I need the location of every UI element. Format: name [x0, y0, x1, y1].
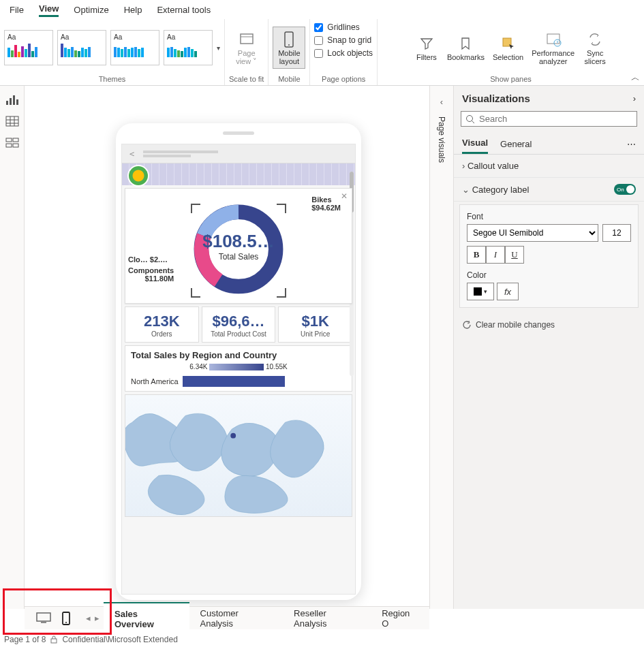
phone-screen[interactable]: ＜ ✕ [121, 144, 356, 595]
ribbon-label-themes: Themes [99, 74, 126, 85]
svg-rect-11 [6, 116, 18, 126]
gridlines-checkbox[interactable]: Gridlines [314, 22, 359, 33]
confidential-label: Confidential\Microsoft Extended [62, 635, 177, 644]
theme-option-3[interactable]: Aa [110, 30, 159, 65]
svg-rect-19 [13, 144, 18, 147]
left-toolbar [0, 86, 25, 609]
svg-line-23 [472, 121, 475, 123]
menu-bar: File View Optimize Help External tools [0, 0, 644, 19]
page-tab-reseller-analysis[interactable]: Reseller Analysis [283, 602, 371, 634]
search-box[interactable] [461, 111, 637, 127]
svg-rect-28 [51, 639, 57, 643]
reset-icon [462, 320, 472, 330]
selection-handle[interactable] [191, 288, 200, 298]
bookmarks-button[interactable]: Bookmarks [443, 31, 489, 64]
ribbon-collapse-icon[interactable]: ︿ [631, 72, 640, 84]
fx-button[interactable]: fx [497, 283, 519, 300]
italic-button[interactable]: I [486, 246, 505, 264]
performance-button[interactable]: Performance analyzer [527, 27, 579, 68]
expand-icon[interactable]: › [633, 93, 636, 104]
page-tab-sales-overview[interactable]: Sales Overview [104, 602, 189, 635]
selection-icon [501, 34, 516, 53]
stacked-bar-icon[interactable] [5, 93, 20, 106]
tab-general[interactable]: General [500, 135, 532, 153]
lock-objects-checkbox[interactable]: Lock objects [314, 48, 373, 59]
clear-mobile-changes[interactable]: Clear mobile changes [454, 315, 644, 335]
font-select[interactable]: Segoe UI Semibold [467, 224, 598, 242]
selection-handle[interactable] [191, 204, 200, 213]
svg-rect-9 [13, 95, 15, 105]
sync-slicers-button[interactable]: Sync slicers [579, 27, 611, 68]
tab-scroll-right[interactable]: ▸ [95, 613, 99, 623]
svg-point-3 [288, 44, 290, 46]
search-input[interactable] [479, 114, 632, 124]
svg-rect-16 [6, 138, 12, 142]
sync-icon [587, 30, 602, 49]
collapse-left-icon[interactable]: ‹ [440, 97, 443, 107]
menu-view[interactable]: View [39, 2, 59, 17]
back-icon[interactable]: ＜ [127, 148, 136, 160]
table-icon[interactable] [5, 114, 20, 128]
logo-strip [122, 163, 355, 185]
theme-option-1[interactable]: Aa [4, 30, 53, 65]
mobile-icon [283, 30, 295, 49]
mobile-layout-button[interactable]: Mobile layout [273, 27, 305, 69]
section-callout-value[interactable]: › Callout value [454, 155, 644, 178]
section-category-label[interactable]: ⌄ Category label On [454, 178, 644, 202]
svg-rect-17 [13, 138, 18, 142]
map-visual[interactable] [125, 394, 352, 517]
phone-header: ＜ [122, 144, 355, 163]
svg-rect-18 [6, 144, 12, 147]
ribbon-label-show-panes: Show panes [490, 74, 532, 85]
font-label: Font [467, 212, 631, 221]
tab-scroll-left[interactable]: ◂ [86, 613, 91, 623]
bold-button[interactable]: B [467, 246, 486, 264]
category-toggle[interactable]: On [614, 184, 636, 195]
callout-bikes: Bikes$94.62M [311, 195, 341, 212]
close-icon[interactable]: ✕ [341, 191, 348, 201]
font-size-input[interactable] [602, 224, 631, 242]
menu-external-tools[interactable]: External tools [157, 3, 211, 16]
ribbon-label-scale: Scale to fit [229, 74, 264, 85]
menu-help[interactable]: Help [124, 3, 142, 16]
theme-dropdown-icon[interactable]: ▾ [217, 44, 220, 52]
menu-file[interactable]: File [10, 3, 24, 16]
bar-chart-visual[interactable]: Total Sales by Region and Country 6.34K … [125, 345, 352, 392]
selection-handle[interactable] [277, 204, 286, 213]
page-visuals-label: Page visuals [437, 116, 446, 163]
filters-button[interactable]: Filters [410, 31, 443, 64]
kpi-row: 213KOrders $96,6…Total Product Cost $1KU… [125, 306, 352, 343]
theme-option-2[interactable]: Aa [57, 30, 106, 65]
underline-button[interactable]: U [505, 246, 524, 264]
color-picker[interactable]: ▾ [467, 283, 494, 300]
page-view-icon [238, 30, 256, 49]
page-view-button[interactable]: Page view ˅ [230, 27, 263, 68]
ribbon-group-page-options: Gridlines Snap to grid Lock objects Page… [310, 19, 378, 85]
more-options-icon[interactable]: ⋯ [627, 139, 636, 149]
ribbon-group-themes: Aa Aa Aa Aa ▾ Themes [0, 19, 225, 85]
ribbon-label-mobile: Mobile [278, 74, 300, 85]
mobile-view-icon[interactable] [61, 612, 71, 625]
kpi-orders[interactable]: 213KOrders [125, 306, 199, 343]
theme-option-4[interactable]: Aa [164, 30, 213, 65]
matrix-icon[interactable] [5, 136, 20, 150]
category-label-form: Font Segoe UI Semibold B I U Color ▾ fx [459, 204, 639, 308]
selection-button[interactable]: Selection [489, 31, 527, 64]
performance-icon [545, 30, 562, 49]
desktop-view-icon[interactable] [35, 612, 52, 624]
page-tab-customer-analysis[interactable]: Customer Analysis [189, 602, 283, 634]
donut-subtitle: Total Sales [202, 252, 275, 262]
callout-components: Components$11.80M [128, 266, 174, 283]
callout-clothing: Clo… $2.… [128, 255, 168, 264]
donut-chart-visual[interactable]: ✕ $108.5… Total Sales [125, 188, 352, 304]
tab-visual[interactable]: Visual [462, 133, 488, 154]
design-canvas: ＜ ✕ [25, 86, 429, 609]
kpi-product-cost[interactable]: $96,6…Total Product Cost [202, 306, 276, 343]
ribbon-group-mobile: Mobile layout Mobile [269, 19, 310, 85]
snap-to-grid-checkbox[interactable]: Snap to grid [314, 35, 371, 46]
page-visuals-strip: ‹ Page visuals [429, 86, 453, 609]
kpi-unit-price[interactable]: $1KUnit Price [278, 306, 352, 343]
menu-optimize[interactable]: Optimize [74, 3, 108, 16]
page-tab-region[interactable]: Region O [371, 602, 429, 634]
selection-handle[interactable] [277, 288, 286, 298]
